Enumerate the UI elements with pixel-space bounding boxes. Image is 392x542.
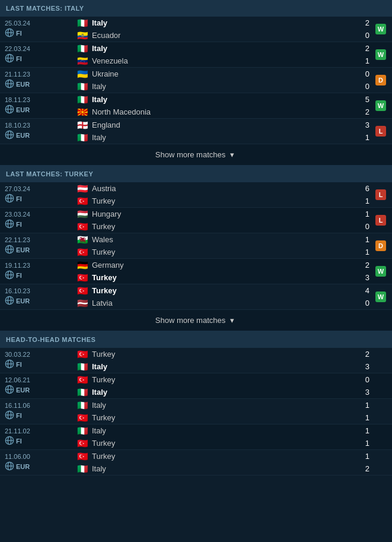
section-last-matches-italy: LAST MATCHES: ITALY25.03.24 FI🇮🇹Italy2🇪🇨… bbox=[0, 0, 392, 166]
team-name: Austria bbox=[92, 184, 355, 193]
match-meta: 23.03.24 FI bbox=[0, 208, 77, 233]
flag-flag-turkey: 🇹🇷 bbox=[77, 248, 88, 256]
team-score: 0 bbox=[355, 69, 369, 78]
badge-col: W bbox=[369, 17, 392, 42]
match-type: FI bbox=[16, 412, 22, 419]
match-block: 11.06.00 EUR🇹🇷Turkey1🇮🇹Italy2 bbox=[0, 450, 392, 476]
globe-icon bbox=[5, 436, 14, 447]
match-type: EUR bbox=[16, 246, 30, 253]
match-block: 23.03.24 FI🇭🇺Hungary1🇹🇷Turkey0L bbox=[0, 208, 392, 233]
team-line: 🇮🇹Italy2 bbox=[77, 42, 369, 55]
team-line: 🇮🇹Italy3 bbox=[77, 386, 369, 398]
flag-flag-italy: 🇮🇹 bbox=[77, 95, 88, 104]
team-name: Italy bbox=[92, 464, 355, 473]
globe-icon bbox=[5, 53, 14, 65]
teams-col: 🇹🇷Turkey1🇮🇹Italy2 bbox=[77, 450, 369, 475]
badge-col bbox=[369, 450, 392, 475]
team-score: 3 bbox=[355, 388, 369, 397]
team-score: 1 bbox=[355, 133, 369, 142]
match-date: 19.11.23 bbox=[5, 262, 74, 269]
team-score: 2 bbox=[355, 44, 369, 53]
badge-col bbox=[369, 373, 392, 398]
match-meta: 21.11.02 FI bbox=[0, 424, 77, 449]
match-meta: 16.10.23 EUR bbox=[0, 284, 77, 309]
match-date: 16.10.23 bbox=[5, 287, 74, 294]
team-name: Turkey bbox=[92, 439, 355, 448]
teams-col: 🇹🇷Turkey2🇮🇹Italy3 bbox=[77, 348, 369, 373]
team-line: 🇹🇷Turkey1 bbox=[77, 411, 369, 424]
team-score: 1 bbox=[355, 196, 369, 205]
match-date: 21.11.23 bbox=[5, 71, 74, 78]
match-type-row: EUR bbox=[5, 296, 74, 307]
team-line: 🇹🇷Turkey1 bbox=[77, 195, 369, 207]
team-line: 🇺🇦Ukraine0 bbox=[77, 68, 369, 80]
match-type: FI bbox=[16, 272, 22, 279]
team-line: 🇹🇷Turkey1 bbox=[77, 246, 369, 258]
team-name: Ecuador bbox=[92, 31, 355, 40]
team-line: 🇹🇷Turkey3 bbox=[77, 271, 369, 284]
team-line: 🇪🇨Ecuador0 bbox=[77, 29, 369, 42]
match-date: 22.03.24 bbox=[5, 45, 74, 52]
team-score: 6 bbox=[355, 184, 369, 193]
team-line: 🇮🇹Italy3 bbox=[77, 360, 369, 373]
team-line: 🇭🇺Hungary1 bbox=[77, 208, 369, 220]
team-score: 1 bbox=[355, 210, 369, 218]
team-line: 🇮🇹Italy5 bbox=[77, 93, 369, 106]
globe-icon bbox=[5, 359, 14, 370]
match-date: 11.06.00 bbox=[5, 453, 74, 460]
match-type-row: FI bbox=[5, 53, 74, 65]
match-type-row: FI bbox=[5, 194, 74, 205]
teams-col: 🇹🇷Turkey0🇮🇹Italy3 bbox=[77, 373, 369, 398]
match-type: EUR bbox=[16, 297, 30, 305]
team-score: 1 bbox=[355, 56, 369, 65]
match-block: 12.06.21 EUR🇹🇷Turkey0🇮🇹Italy3 bbox=[0, 373, 392, 399]
result-badge: L bbox=[375, 189, 386, 200]
team-score: 0 bbox=[355, 299, 369, 308]
badge-col: D bbox=[369, 233, 392, 258]
flag-flag-england: 🏴󠁧󠁢󠁥󠁮󠁧󠁿 bbox=[77, 121, 88, 129]
team-line: 🏴󠁧󠁢󠁥󠁮󠁧󠁿England3 bbox=[77, 119, 369, 131]
team-score: 0 bbox=[355, 82, 369, 91]
badge-col bbox=[369, 424, 392, 449]
badge-col: L bbox=[369, 119, 392, 144]
team-score: 2 bbox=[355, 261, 369, 270]
flag-flag-turkey: 🇹🇷 bbox=[77, 222, 88, 231]
team-score: 2 bbox=[355, 350, 369, 359]
match-block: 18.10.23 EUR🏴󠁧󠁢󠁥󠁮󠁧󠁿England3🇮🇹Italy1L bbox=[0, 119, 392, 144]
globe-icon bbox=[5, 410, 14, 421]
team-name: Latvia bbox=[92, 299, 355, 308]
result-badge: W bbox=[375, 291, 386, 302]
section-header-head-to-head: HEAD-TO-HEAD MATCHES bbox=[0, 331, 392, 348]
team-line: 🇹🇷Turkey4 bbox=[77, 284, 369, 297]
match-type-row: FI bbox=[5, 410, 74, 421]
team-score: 5 bbox=[355, 95, 369, 104]
team-name: Turkey bbox=[92, 286, 355, 295]
match-meta: 11.06.00 EUR bbox=[0, 450, 77, 475]
teams-col: 🇮🇹Italy2🇻🇪Venezuela1 bbox=[77, 42, 369, 67]
match-meta: 22.03.24 FI bbox=[0, 42, 77, 67]
match-type: EUR bbox=[16, 132, 30, 139]
match-block: 27.03.24 FI🇦🇹Austria6🇹🇷Turkey1L bbox=[0, 182, 392, 208]
flag-flag-germany: 🇩🇪 bbox=[77, 261, 88, 270]
team-score: 3 bbox=[355, 273, 369, 282]
match-meta: 18.10.23 EUR bbox=[0, 119, 77, 144]
show-more-label: Show more matches bbox=[155, 316, 226, 325]
flag-flag-italy: 🇮🇹 bbox=[77, 388, 88, 397]
team-name: Turkey bbox=[92, 413, 355, 422]
show-more-button[interactable]: Show more matches▾ bbox=[0, 310, 392, 331]
flag-flag-ukraine: 🇺🇦 bbox=[77, 69, 88, 78]
match-date: 18.11.23 bbox=[5, 96, 74, 103]
flag-flag-turkey: 🇹🇷 bbox=[77, 196, 88, 205]
teams-col: 🇮🇹Italy1🇹🇷Turkey1 bbox=[77, 399, 369, 424]
team-name: Wales bbox=[92, 235, 355, 244]
match-date: 21.11.02 bbox=[5, 427, 74, 435]
show-more-label: Show more matches bbox=[155, 150, 226, 159]
show-more-button[interactable]: Show more matches▾ bbox=[0, 144, 392, 166]
match-date: 25.03.24 bbox=[5, 20, 74, 27]
team-line: 🇦🇹Austria6 bbox=[77, 182, 369, 195]
globe-icon bbox=[5, 245, 14, 256]
teams-col: 🇦🇹Austria6🇹🇷Turkey1 bbox=[77, 182, 369, 207]
flag-flag-turkey: 🇹🇷 bbox=[77, 273, 88, 282]
globe-icon bbox=[5, 194, 14, 205]
team-line: 🇻🇪Venezuela1 bbox=[77, 55, 369, 67]
